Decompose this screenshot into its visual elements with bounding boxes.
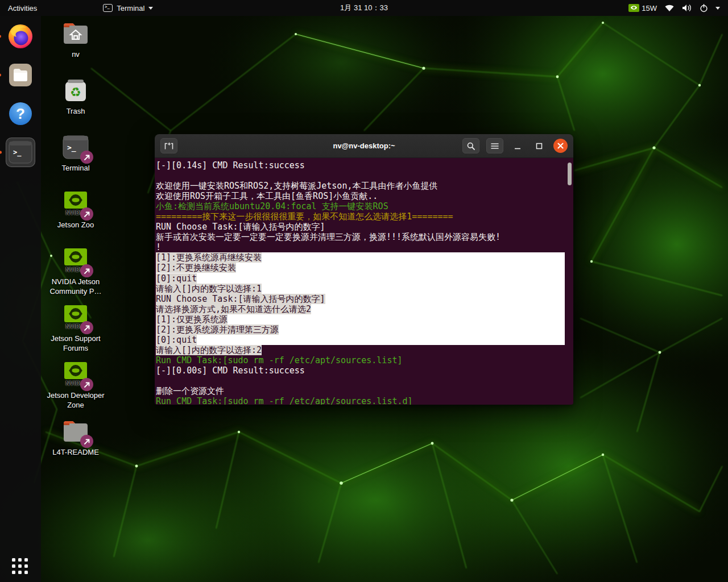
power-mode-indicator: 15W (628, 4, 657, 13)
terminal-line: 欢迎使用ROS开箱子工具，本工具由[鱼香ROS]小鱼贡献.. (156, 191, 565, 201)
desktop-icon-label: nv (72, 49, 80, 59)
terminal-line (156, 376, 565, 386)
trash-icon: ♻ (63, 77, 89, 103)
volume-icon (682, 4, 692, 12)
dock: ? >_ (0, 16, 41, 582)
dock-item-terminal[interactable]: >_ (6, 138, 35, 167)
dock-item-files[interactable] (6, 60, 35, 90)
maximize-icon (536, 143, 543, 149)
desktop-icon-label: Trash (67, 106, 85, 116)
terminal-line: 请输入[]内的数字以选择:2 (156, 345, 565, 355)
terminal-titlebar[interactable]: nv@nv-desktop:~ (155, 134, 573, 158)
new-tab-button[interactable] (160, 138, 177, 153)
link-badge-icon (80, 378, 93, 391)
help-icon: ? (8, 101, 33, 126)
terminal-line: ! (156, 242, 565, 252)
close-button[interactable] (553, 139, 568, 153)
nvidia-gpu-icon (628, 4, 639, 12)
dock-item-help[interactable]: ? (6, 99, 35, 128)
new-tab-icon (164, 142, 174, 150)
home-folder-icon (61, 21, 90, 46)
maximize-button[interactable] (532, 139, 547, 153)
terminal-line: 删除一个资源文件 (156, 386, 565, 396)
terminal-line: RUN Choose Task:[请输入括号内的数字] (156, 222, 565, 232)
desktop-icon-nv[interactable]: nv (44, 19, 107, 59)
running-indicator-dot (0, 35, 1, 38)
link-badge-icon (80, 207, 93, 221)
link-badge-icon (80, 321, 93, 334)
terminal-icon: >_ (9, 141, 32, 164)
desktop-icon-label: L4T-README (52, 447, 99, 457)
terminal-line: 新手或首次安装一定要一定要一定要换源并清理三方源，换源!!!系统默认国外源容易失… (156, 232, 565, 242)
minimize-icon (514, 143, 521, 149)
dock-item-firefox[interactable] (6, 22, 35, 51)
terminal-line: Run CMD Task:[sudo rm -rf /etc/apt/sourc… (156, 396, 565, 405)
desktop-icon-jetson-support-forums[interactable]: NVIDIA Jetson Support Forums (44, 304, 107, 353)
svg-text:?: ? (16, 105, 25, 122)
wifi-icon (664, 4, 675, 12)
terminal-mini-icon: >_ (103, 4, 113, 12)
terminal-line: RUN Choose Task:[请输入括号内的数字] (156, 294, 565, 304)
desktop-icon-label: NVIDIA Jetson Community P… (45, 277, 106, 296)
terminal-line: [2]:不更换继续安装 (156, 263, 565, 273)
desktop-icon-label: Terminal (61, 163, 89, 173)
link-badge-icon (80, 435, 93, 448)
terminal-line: 小鱼:检测当前系统ubuntu20.04:focal 支持一键安装ROS (156, 201, 565, 211)
activities-button[interactable]: Activities (0, 0, 45, 16)
svg-text:♻: ♻ (70, 85, 81, 99)
link-badge-icon (80, 264, 93, 277)
link-badge-icon (80, 151, 93, 164)
desktop-icon-l4t-readme[interactable]: L4T-README (44, 417, 107, 457)
terminal-line: =========接下来这一步很很很很重要，如果不知道怎么选请选择1======… (156, 211, 565, 222)
svg-text:>_: >_ (13, 148, 22, 157)
running-indicator-dot (0, 151, 2, 154)
svg-text:>_: >_ (67, 143, 76, 152)
terminal-line: [1]:仅更换系统源 (156, 314, 565, 325)
power-icon (700, 4, 708, 13)
app-menu-terminal[interactable]: >_ Terminal (97, 0, 159, 16)
show-applications-button[interactable] (12, 558, 29, 575)
status-area[interactable]: 15W (628, 0, 728, 16)
terminal-line: [-][0.00s] CMD Result:success (156, 365, 565, 376)
app-menu-label: Terminal (117, 4, 144, 13)
terminal-line (156, 171, 565, 181)
terminal-line: 请选择换源方式,如果不知道选什么请选2 (156, 304, 565, 314)
window-menu-button[interactable] (486, 138, 503, 153)
files-icon (8, 63, 33, 88)
close-icon (557, 143, 564, 149)
running-indicator-dot (0, 74, 1, 77)
menu-icon (491, 143, 499, 149)
desktop-icon-trash[interactable]: ♻ Trash (44, 76, 107, 116)
chevron-down-icon (148, 7, 153, 10)
top-bar: Activities >_ Terminal 1月 31 10：33 15W (0, 0, 728, 16)
terminal-line: 请输入[]内的数字以选择:1 (156, 284, 565, 294)
minimize-button[interactable] (510, 139, 525, 153)
scrollbar-thumb[interactable] (568, 163, 572, 185)
desktop-icon-label: Jetson Zoo (57, 220, 94, 230)
search-button[interactable] (462, 138, 479, 153)
terminal-line: [1]:更换系统源再继续安装 (156, 252, 565, 263)
terminal-line: Run CMD Task:[sudo rm -rf /etc/apt/sourc… (156, 355, 565, 365)
desktop: Activities >_ Terminal 1月 31 10：33 15W (0, 0, 728, 582)
desktop-icon-label: Jetson Support Forums (45, 334, 106, 353)
desktop-icon-jetson-developer-zone[interactable]: NVIDIA Jetson Developer Zone (44, 360, 107, 410)
chevron-down-icon (715, 7, 720, 10)
terminal-line: [0]:quit (156, 335, 565, 345)
desktop-icon-nvidia-jetson-community-p[interactable]: NVIDIA NVIDIA Jetson Community P… (44, 247, 107, 296)
terminal-line: [-][0.14s] CMD Result:success (156, 160, 565, 171)
firefox-icon (7, 23, 34, 49)
desktop-icon-terminal[interactable]: >_ Terminal (44, 133, 107, 173)
search-icon (466, 142, 475, 151)
desktop-icon-jetson-zoo[interactable]: NVIDIA Jetson Zoo (44, 190, 107, 230)
terminal-line: 欢迎使用一键安装ROS和ROS2,支持树莓派Jetson,本工具由作者小鱼提供 (156, 181, 565, 191)
power-mode-label: 15W (642, 4, 657, 13)
terminal-output[interactable]: [-][0.14s] CMD Result:success欢迎使用一键安装ROS… (155, 158, 573, 405)
terminal-window: nv@nv-desktop:~ [-][0.14s (155, 134, 573, 405)
terminal-line: [0]:quit (156, 273, 565, 284)
desktop-icon-label: Jetson Developer Zone (45, 390, 106, 410)
terminal-line: [2]:更换系统源并清理第三方源 (156, 325, 565, 335)
